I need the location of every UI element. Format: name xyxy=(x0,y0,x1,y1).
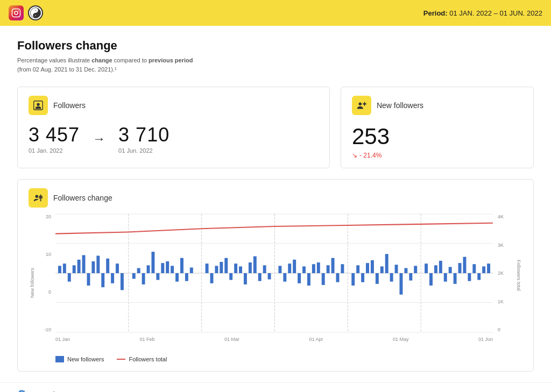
chart-section: Followers change 20 10 0 -10 4K 3K 2K 1K… xyxy=(17,179,534,372)
svg-rect-72 xyxy=(322,273,325,285)
chart-wrapper: 20 10 0 -10 4K 3K 2K 1K 0 xyxy=(29,214,522,354)
svg-rect-40 xyxy=(151,252,154,273)
svg-point-6 xyxy=(35,10,36,11)
svg-rect-68 xyxy=(302,266,306,273)
legend-line-label: Followers total xyxy=(129,356,167,362)
svg-rect-79 xyxy=(361,273,364,282)
svg-rect-26 xyxy=(77,260,81,273)
svg-rect-74 xyxy=(331,258,335,273)
svg-rect-27 xyxy=(82,255,86,273)
change-value: - 21.4% xyxy=(359,152,382,159)
svg-rect-43 xyxy=(166,261,169,273)
y-right-label-2k: 2K xyxy=(498,270,504,276)
svg-rect-81 xyxy=(371,260,374,273)
svg-rect-84 xyxy=(385,254,388,273)
svg-rect-103 xyxy=(482,266,485,273)
period-label: Period: xyxy=(423,9,448,17)
svg-rect-45 xyxy=(175,273,179,282)
brand: 🐾 NapoleonCat. xyxy=(17,388,81,392)
svg-rect-63 xyxy=(278,266,281,273)
subtitle-mid: compared to xyxy=(112,57,149,63)
svg-rect-80 xyxy=(366,263,369,273)
change-indicator: ↘ - 21.4% xyxy=(352,152,522,159)
down-arrow-icon: ↘ xyxy=(352,152,357,159)
svg-rect-91 xyxy=(425,263,428,273)
x-label-feb: 01 Feb xyxy=(140,337,155,342)
y-left-label-10: 10 xyxy=(46,252,51,257)
svg-rect-52 xyxy=(220,262,223,273)
svg-rect-98 xyxy=(458,263,462,273)
svg-rect-48 xyxy=(190,268,193,273)
followers-to-date: 01 Jun. 2022 xyxy=(118,147,169,154)
followers-card: Followers 3 457 01 Jan. 2022 → 3 710 01 … xyxy=(17,87,330,168)
svg-rect-89 xyxy=(409,273,412,281)
svg-rect-54 xyxy=(229,273,232,280)
svg-rect-22 xyxy=(58,266,61,273)
svg-rect-85 xyxy=(390,273,393,282)
followers-from-value: 3 457 xyxy=(29,124,80,146)
followers-icon xyxy=(29,96,48,115)
y-left-label-0: 0 xyxy=(48,289,51,295)
svg-rect-32 xyxy=(106,259,109,273)
svg-rect-60 xyxy=(258,273,262,281)
svg-rect-88 xyxy=(404,268,407,273)
svg-rect-61 xyxy=(263,265,266,273)
svg-point-10 xyxy=(358,103,362,106)
arrow-right-icon: → xyxy=(93,131,105,146)
svg-rect-83 xyxy=(380,266,384,273)
legend-line: Followers total xyxy=(117,356,167,362)
subtitle-bold1: change xyxy=(91,57,112,63)
chart-area xyxy=(55,214,493,332)
svg-rect-87 xyxy=(399,273,402,295)
svg-rect-46 xyxy=(180,258,183,273)
svg-rect-44 xyxy=(171,266,174,273)
y-right-label-3k: 3K xyxy=(498,243,504,248)
y-left-label-20: 20 xyxy=(46,214,51,219)
chart-legend: New followers Followers total xyxy=(29,356,522,362)
brand-icon: 🐾 xyxy=(17,388,31,392)
svg-rect-77 xyxy=(351,273,355,286)
new-followers-value: 253 xyxy=(352,124,522,149)
svg-point-11 xyxy=(36,195,39,198)
svg-rect-90 xyxy=(414,266,417,273)
instagram-icon xyxy=(9,5,24,20)
svg-rect-97 xyxy=(454,273,457,284)
y-right-axis-label: Followers total xyxy=(516,260,521,291)
svg-rect-99 xyxy=(463,257,466,273)
new-followers-card-title: New followers xyxy=(377,101,423,110)
x-label-mar: 01 Mar xyxy=(224,337,239,342)
svg-point-2 xyxy=(18,10,19,11)
subtitle: Percentage values illustrate change comp… xyxy=(17,56,534,74)
x-label-apr: 01 Apr xyxy=(309,337,323,342)
chart-svg xyxy=(55,214,493,332)
followers-from-date: 01 Jan. 2022 xyxy=(29,147,80,154)
svg-rect-30 xyxy=(96,256,100,273)
x-label-jun: 01 Jun xyxy=(478,337,493,342)
svg-rect-82 xyxy=(376,273,379,284)
svg-point-1 xyxy=(15,11,18,15)
svg-rect-0 xyxy=(12,9,20,17)
svg-rect-102 xyxy=(477,273,481,280)
header-period: Period: 01 JAN. 2022 – 01 JUN. 2022 xyxy=(423,9,542,17)
period-value: 01 JAN. 2022 – 01 JUN. 2022 xyxy=(449,9,542,17)
svg-rect-39 xyxy=(147,265,150,273)
svg-rect-95 xyxy=(444,273,447,282)
svg-rect-96 xyxy=(449,267,452,273)
svg-rect-73 xyxy=(327,265,330,273)
svg-rect-58 xyxy=(249,262,252,273)
cards-row: Followers 3 457 01 Jan. 2022 → 3 710 01 … xyxy=(17,87,534,168)
y-left-axis-label: New followers xyxy=(30,268,35,298)
legend-bars-label: New followers xyxy=(67,356,104,362)
y-left-label-neg10: -10 xyxy=(44,327,51,332)
svg-rect-47 xyxy=(185,273,188,281)
svg-rect-75 xyxy=(336,273,340,282)
svg-rect-33 xyxy=(111,273,114,283)
svg-rect-37 xyxy=(137,268,140,273)
svg-rect-66 xyxy=(293,260,296,273)
svg-rect-92 xyxy=(429,273,433,286)
subtitle-line2: (from 02 Aug. 2021 to 31 Dec. 2021).¹ xyxy=(17,66,117,73)
followers-values: 3 457 01 Jan. 2022 → 3 710 01 Jun. 2022 xyxy=(29,124,319,154)
header: Period: 01 JAN. 2022 – 01 JUN. 2022 xyxy=(0,0,551,26)
svg-rect-38 xyxy=(142,273,145,284)
svg-rect-53 xyxy=(224,258,228,273)
